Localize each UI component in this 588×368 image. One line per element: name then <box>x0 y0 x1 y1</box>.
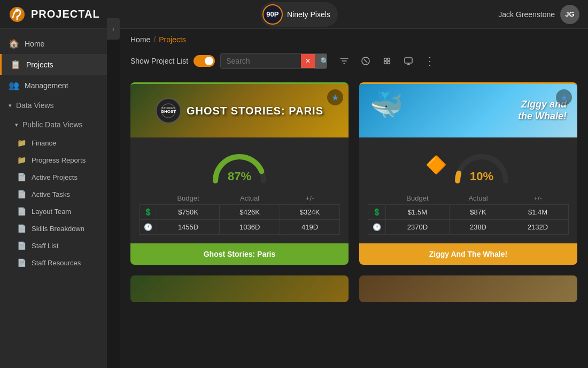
ghost-budget-value: $750K <box>157 205 220 220</box>
ziggy-actual-value: $87K <box>449 205 507 220</box>
monitor-icon[interactable] <box>400 52 417 70</box>
sidebar: 🏠 Home 📋 Projects 👥 Management ▾ Data Vi… <box>0 29 107 368</box>
ziggy-days-variance: 2132D <box>507 220 569 235</box>
ghost-stories-banner: GHOSTSTORIES GHOST STORIES: PARIS ★ <box>130 84 349 137</box>
doc-icon-staff-resources: 📄 <box>17 258 26 267</box>
view-icon[interactable] <box>378 52 396 70</box>
user-avatar: JG <box>560 5 579 24</box>
clock-icon: 🕐 <box>140 220 157 235</box>
chevron-down-icon-2: ▾ <box>15 121 18 128</box>
ghost-logo: GHOSTSTORIES <box>156 98 181 124</box>
app-title: PROJECTAL <box>31 8 100 20</box>
breadcrumb-separator: / <box>153 35 156 44</box>
ghost-actual-value: $426K <box>220 205 280 220</box>
project-card-partial-1 <box>130 275 349 302</box>
main-content: Home / Projects Show Project List ✕ 🔍 <box>120 29 588 368</box>
projectal-logo-icon <box>9 6 26 23</box>
gauge-wrap-ziggy: 10% <box>452 146 511 183</box>
ghost-stories-footer[interactable]: Ghost Stories: Paris <box>130 243 349 265</box>
ghost-days-actual: 1036D <box>220 220 280 235</box>
projects-icon: 📋 <box>10 59 21 70</box>
sidebar-item-staff-list[interactable]: 📄 Staff List <box>0 237 107 254</box>
sidebar-item-staff-resources[interactable]: 📄 Staff Resources <box>0 254 107 271</box>
client-avatar: 90P <box>262 4 283 25</box>
search-box: ✕ 🔍 <box>220 53 327 69</box>
doc-icon-active-projects: 📄 <box>17 173 26 181</box>
sidebar-progress-label: Progress Reports <box>32 156 86 164</box>
show-project-list-toggle[interactable] <box>194 55 215 67</box>
sidebar-item-projects[interactable]: 📋 Projects <box>0 54 107 75</box>
sidebar-collapse-button[interactable]: ‹ <box>107 18 120 40</box>
ziggy-character: 🐳 <box>370 89 403 120</box>
svg-text:STORIES: STORIES <box>161 106 175 110</box>
breadcrumb-current: Projects <box>159 35 186 44</box>
doc-icon-skills: 📄 <box>17 224 26 233</box>
ziggy-footer[interactable]: Ziggy And The Whale! <box>359 243 577 265</box>
sidebar-item-progress-reports[interactable]: 📁 Progress Reports <box>0 151 107 168</box>
client-name: Ninety Pixels <box>287 10 330 19</box>
sidebar-finance-label: Finance <box>32 139 56 147</box>
filter-icon[interactable] <box>336 52 353 70</box>
ziggy-variance-value: $1.4M <box>507 205 569 220</box>
ziggy-budget-value: $1.5M <box>386 205 450 220</box>
more-options-icon[interactable]: ⋮ <box>421 52 438 70</box>
sidebar-item-finance[interactable]: 📁 Finance <box>0 134 107 151</box>
public-data-views-label: Public Data Views <box>22 120 83 129</box>
main-layout: 🏠 Home 📋 Projects 👥 Management ▾ Data Vi… <box>0 29 588 368</box>
doc-icon-active-tasks: 📄 <box>17 190 26 198</box>
topbar: PROJECTAL 90P Ninety Pixels Jack Greenst… <box>0 0 588 29</box>
svg-point-7 <box>388 62 390 64</box>
chevron-left-icon: ‹ <box>112 25 114 33</box>
public-data-views-section[interactable]: ▾ Public Data Views <box>0 115 107 134</box>
ghost-stories-table: Budget Actual +/- 💲 $750K $426K <box>139 192 340 235</box>
doc-icon-layout-team: 📄 <box>17 207 26 216</box>
dollar-icon: 💲 <box>140 205 157 220</box>
svg-line-3 <box>364 59 367 63</box>
ziggy-star[interactable]: ★ <box>556 89 572 105</box>
sidebar-item-layout-team[interactable]: 📄 Layout Team <box>0 203 107 220</box>
doc-icon-progress: 📁 <box>17 156 26 164</box>
user-name: Jack Greenstone <box>498 10 555 19</box>
col-budget-header: Budget <box>157 192 220 205</box>
search-input[interactable] <box>221 53 301 68</box>
ziggy-gauge-row: 🔶 10% <box>425 146 511 183</box>
sidebar-item-skills-breakdown[interactable]: 📄 Skills Breakdown <box>0 220 107 237</box>
dollar-icon-z: 💲 <box>368 205 386 220</box>
svg-point-4 <box>384 58 387 61</box>
col-budget-header-z: Budget <box>386 192 450 205</box>
sidebar-item-active-projects[interactable]: 📄 Active Projects <box>0 168 107 186</box>
ghost-stories-days-row: 🕐 1455D 1036D 419D <box>140 220 340 235</box>
ghost-days-budget: 1455D <box>157 220 220 235</box>
col-variance-header-z: +/- <box>507 192 569 205</box>
sidebar-management-label: Management <box>25 81 68 90</box>
ziggy-gem-icon: 🔶 <box>425 155 447 175</box>
clock-icon-z: 🕐 <box>368 220 386 235</box>
toolbar-icons: ⋮ <box>336 52 438 70</box>
project-card-ziggy: 🐳 Ziggy andthe Whale! ★ 🔶 <box>359 82 577 265</box>
topbar-left: PROJECTAL <box>9 6 100 23</box>
doc-icon-finance: 📁 <box>17 139 26 147</box>
sidebar-active-projects-label: Active Projects <box>32 173 78 181</box>
sidebar-item-management[interactable]: 👥 Management <box>0 75 107 96</box>
search-go-button[interactable]: 🔍 <box>315 54 327 68</box>
ghost-stories-money-row: 💲 $750K $426K $324K <box>140 205 340 220</box>
show-project-list-label: Show Project List <box>130 57 188 65</box>
topbar-right: Jack Greenstone JG <box>498 5 579 24</box>
search-clear-button[interactable]: ✕ <box>301 54 315 68</box>
partial-card-2-banner <box>359 275 577 302</box>
breadcrumb-home[interactable]: Home <box>130 35 150 44</box>
filter2-icon[interactable] <box>357 52 374 70</box>
ziggy-gauge: 🔶 10% <box>368 146 569 183</box>
ziggy-banner: 🐳 Ziggy andthe Whale! ★ <box>359 84 577 137</box>
ghost-stories-body: 87% Budget Actual +/- <box>130 137 349 243</box>
sidebar-item-active-tasks[interactable]: 📄 Active Tasks <box>0 186 107 203</box>
project-card-ghost-stories: GHOSTSTORIES GHOST STORIES: PARIS ★ <box>130 82 349 265</box>
ghost-stories-star[interactable]: ★ <box>327 89 343 105</box>
ziggy-table: Budget Actual +/- 💲 $1.5M $87K <box>368 192 569 235</box>
doc-icon-staff-list: 📄 <box>17 241 26 250</box>
client-badge[interactable]: 90P Ninety Pixels <box>260 2 338 27</box>
data-views-section[interactable]: ▾ Data Views <box>0 96 107 115</box>
col-variance-header: +/- <box>280 192 340 205</box>
col-actual-header-z: Actual <box>449 192 507 205</box>
sidebar-item-home[interactable]: 🏠 Home <box>0 33 107 54</box>
